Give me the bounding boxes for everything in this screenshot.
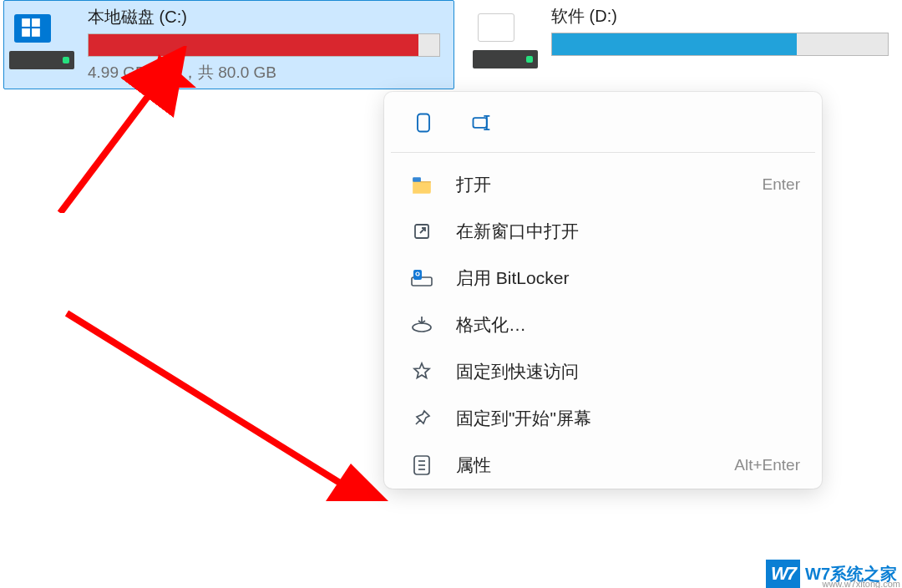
rename-icon[interactable] <box>468 109 496 137</box>
copy-icon[interactable] <box>409 109 438 137</box>
menu-properties-label: 属性 <box>456 454 734 477</box>
menu-format[interactable]: 格式化… <box>384 302 822 348</box>
menu-properties[interactable]: 属性 Alt+Enter <box>384 442 822 489</box>
properties-icon <box>409 454 434 477</box>
drives-row: 本地磁盘 (C:) 4.99 GB 可用，共 80.0 GB 软件 (D:) <box>0 0 902 100</box>
drive-title-c: 本地磁盘 (C:) <box>88 6 440 28</box>
drive-icon-d <box>473 13 541 68</box>
drive-icon-c <box>9 14 78 69</box>
watermark: W7 W7系统之家 www.w7xitong.com <box>766 560 902 588</box>
svg-rect-3 <box>32 28 40 37</box>
menu-properties-shortcut: Alt+Enter <box>734 456 800 474</box>
drive-sub-c: 4.99 GB 可用，共 80.0 GB <box>88 62 440 84</box>
menu-open-shortcut: Enter <box>763 175 800 194</box>
drive-tile-c[interactable]: 本地磁盘 (C:) 4.99 GB 可用，共 80.0 GB <box>3 0 454 89</box>
menu-open-new-window-label: 在新窗口中打开 <box>456 220 800 243</box>
svg-line-18 <box>67 313 342 484</box>
annotation-arrow-2 <box>58 301 401 518</box>
svg-rect-11 <box>413 270 422 280</box>
pin-icon <box>409 407 434 430</box>
menu-open-new-window[interactable]: 在新窗口中打开 <box>384 208 822 255</box>
format-icon <box>409 313 434 337</box>
svg-rect-1 <box>32 18 40 27</box>
svg-point-13 <box>413 323 431 332</box>
menu-bitlocker-label: 启用 BitLocker <box>456 266 800 290</box>
svg-rect-0 <box>22 18 30 27</box>
pin-star-icon <box>409 360 434 383</box>
svg-rect-8 <box>413 177 421 181</box>
menu-pin-start[interactable]: 固定到"开始"屏幕 <box>384 395 822 442</box>
new-window-icon <box>409 220 434 243</box>
menu-separator <box>391 152 815 153</box>
svg-marker-19 <box>326 464 388 501</box>
watermark-url: www.w7xitong.com <box>822 579 900 588</box>
watermark-badge: W7 <box>766 560 800 588</box>
drive-title-d: 软件 (D:) <box>551 5 889 28</box>
menu-bitlocker[interactable]: 启用 BitLocker <box>384 255 822 302</box>
menu-pin-quick-label: 固定到快速访问 <box>456 360 800 383</box>
menu-pin-start-label: 固定到"开始"屏幕 <box>456 407 800 430</box>
drive-tile-d[interactable]: 软件 (D:) <box>468 0 902 74</box>
context-menu: 打开 Enter 在新窗口中打开 启用 BitLocker <box>384 92 822 489</box>
drive-usage-c <box>88 33 440 57</box>
svg-rect-2 <box>22 28 30 37</box>
svg-rect-6 <box>418 114 429 132</box>
svg-rect-7 <box>474 118 487 128</box>
menu-format-label: 格式化… <box>456 313 800 337</box>
drive-usage-d <box>551 33 889 56</box>
context-top-actions <box>384 99 822 152</box>
menu-pin-quick-access[interactable]: 固定到快速访问 <box>384 348 822 395</box>
menu-open[interactable]: 打开 Enter <box>384 161 822 208</box>
folder-open-icon <box>409 173 434 196</box>
menu-open-label: 打开 <box>456 173 763 196</box>
bitlocker-icon <box>409 266 434 290</box>
